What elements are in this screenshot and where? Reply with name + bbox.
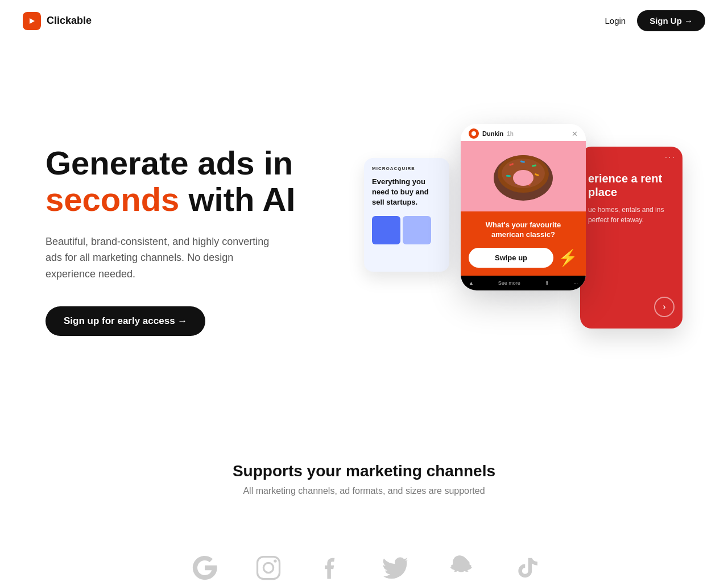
channels-row: [0, 547, 728, 582]
right-card-body: erience a rent place ue homes, entals an…: [580, 166, 682, 231]
svg-point-14: [263, 563, 273, 572]
supports-section: Supports your marketing channels All mar…: [0, 428, 728, 547]
facebook-channel: [317, 553, 347, 582]
hero-title-line1: Generate ads in: [46, 144, 293, 181]
hero-visuals: MICROACQUIRE Everything you need to buy …: [364, 113, 682, 368]
see-more-text: See more: [498, 280, 520, 286]
phone-more-icon: ···: [573, 280, 578, 286]
dunkin-brand: Dunkin 1h: [469, 128, 514, 139]
microacquire-card: MICROACQUIRE Everything you need to buy …: [364, 158, 449, 272]
right-card-top: ···: [580, 147, 682, 166]
phone-close-icon[interactable]: ✕: [572, 130, 578, 138]
phone-bottom: What's your favourite american classic? …: [461, 211, 586, 276]
hero-section: Generate ads in seconds with AI Beautifu…: [0, 41, 728, 428]
microacquire-text: Everything you need to buy and sell star…: [372, 177, 441, 208]
hero-title-line2: with AI: [179, 181, 295, 218]
right-ad-card: ··· erience a rent place ue homes, ental…: [580, 147, 682, 329]
block-light-blue: [403, 216, 431, 244]
donut-image: [489, 147, 557, 203]
hero-title: Generate ads in seconds with AI: [46, 145, 295, 218]
twitter-channel: [381, 553, 411, 582]
facebook-icon: [317, 553, 347, 582]
instagram-icon: [254, 553, 283, 582]
microacquire-blocks: [372, 216, 441, 244]
instagram-channel: [254, 553, 283, 582]
donut-area: [461, 141, 586, 211]
snapchat-icon: [445, 553, 474, 582]
supports-subtitle: All marketing channels, ad formats, and …: [23, 486, 705, 496]
see-more-label: ▲: [469, 280, 474, 286]
phone-top-bar: Dunkin 1h ✕: [461, 124, 586, 141]
right-card-text: ue homes, entals and ins perfect for eta…: [588, 205, 675, 225]
lightning-icon: ⚡: [558, 248, 578, 267]
supports-title: Supports your marketing channels: [23, 462, 705, 480]
navbar: Clickable Login Sign Up →: [0, 0, 728, 41]
brand-dot-icon: [469, 128, 479, 139]
brand-dot-inner: [471, 131, 476, 136]
google-icon: [190, 553, 220, 582]
swipe-up-button[interactable]: Swipe up: [469, 248, 553, 268]
snapchat-channel: [445, 553, 474, 582]
tiktok-icon: [508, 553, 538, 582]
phone-nav-bar: ▲ See more ⬆ ···: [461, 276, 586, 290]
tiktok-channel: [508, 553, 538, 582]
dunkin-brand-tag: 1h: [507, 131, 514, 137]
logo: Clickable: [23, 12, 92, 30]
right-card-arrow-icon: ›: [654, 297, 675, 317]
login-button[interactable]: Login: [605, 16, 626, 26]
dunkin-question: What's your favourite american classic?: [469, 221, 578, 240]
google-channel: [190, 553, 220, 582]
svg-marker-0: [30, 18, 35, 24]
svg-point-12: [513, 170, 533, 186]
svg-point-15: [274, 559, 276, 562]
hero-cta-button[interactable]: Sign up for early access →: [46, 306, 205, 336]
signup-button[interactable]: Sign Up →: [637, 10, 705, 31]
dunkin-phone-card: Dunkin 1h ✕: [461, 124, 586, 290]
right-card-title: erience a rent place: [588, 172, 675, 199]
swipe-up-label: Swipe up: [495, 253, 527, 262]
block-blue: [372, 216, 400, 244]
microacquire-logo: MICROACQUIRE: [372, 166, 441, 171]
hero-subtitle: Beautiful, brand-consistent, and highly …: [46, 234, 284, 282]
dunkin-brand-name: Dunkin: [482, 130, 503, 137]
logo-icon: [23, 12, 41, 30]
hero-left: Generate ads in seconds with AI Beautifu…: [46, 145, 295, 336]
phone-share-icon: ⬆: [545, 280, 549, 286]
right-card-dots-icon: ···: [665, 152, 676, 163]
twitter-icon: [381, 553, 411, 582]
hero-title-orange: seconds: [46, 181, 179, 218]
logo-text: Clickable: [47, 15, 92, 27]
nav-actions: Login Sign Up →: [605, 10, 705, 31]
